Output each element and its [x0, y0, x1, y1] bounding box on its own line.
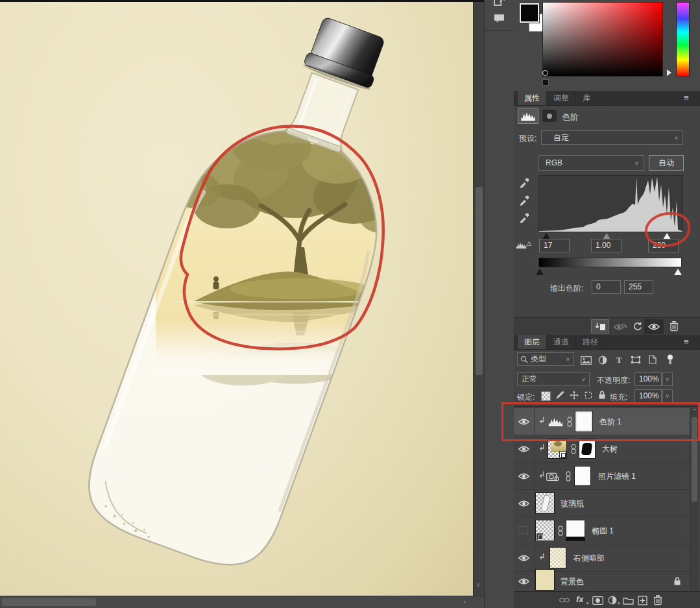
channel-select[interactable]: RGB ˅	[538, 155, 644, 171]
layer-name[interactable]: 色阶 1	[599, 417, 622, 428]
layer-mask-thumbnail[interactable]	[574, 466, 591, 486]
visibility-cell[interactable]	[514, 408, 535, 435]
saturation-brightness-field[interactable]	[542, 2, 663, 77]
filter-shape-layers-icon[interactable]	[631, 356, 641, 364]
hue-slider[interactable]	[676, 2, 690, 77]
canvas-vertical-scrollbar[interactable]: ˅	[473, 2, 484, 596]
filter-adjustment-layers-icon[interactable]	[598, 356, 607, 365]
layer-row-tree[interactable]: ↲ 大树	[514, 435, 690, 463]
layer-row-photo-filter-1[interactable]: ↲ 照片滤镜 1	[514, 463, 690, 490]
layer-mask-thumbnail[interactable]	[575, 411, 592, 432]
document-canvas[interactable]	[0, 2, 473, 596]
panel-menu-icon[interactable]: ≡	[684, 93, 689, 103]
opacity-dropdown-button[interactable]: ˅	[662, 372, 673, 386]
layer-thumbnail[interactable]	[535, 520, 555, 541]
auto-button[interactable]: 自动	[649, 155, 684, 171]
preset-select[interactable]: 自定 ˅	[541, 130, 683, 145]
lock-paint-brush-icon[interactable]	[555, 391, 564, 400]
layer-style-fx-button[interactable]: fx	[576, 594, 584, 604]
mask-badge-icon[interactable]	[542, 110, 557, 122]
layer-mask-thumbnail[interactable]	[579, 439, 596, 459]
tab-libraries[interactable]: 库	[576, 91, 597, 105]
adjustment-levels-thumbnail[interactable]	[548, 417, 564, 426]
gray-point-eyedropper-icon[interactable]	[519, 194, 530, 206]
photo-filter-thumbnail-icon[interactable]	[546, 471, 559, 481]
layer-name[interactable]: 椭圆 1	[592, 526, 614, 537]
toggle-visibility-button[interactable]	[644, 319, 664, 334]
tab-paths[interactable]: 路径	[576, 335, 605, 349]
output-highlight-value[interactable]: 255	[624, 280, 653, 294]
opacity-value[interactable]: 100%	[634, 372, 662, 386]
foreground-color-swatch[interactable]	[520, 3, 539, 23]
layer-thumbnail[interactable]	[535, 569, 555, 590]
layer-filter-select[interactable]: 类型 ˅	[517, 352, 574, 366]
vector-mask-thumbnail[interactable]	[566, 520, 585, 541]
view-previous-state-icon[interactable]	[613, 322, 627, 331]
export-icon[interactable]	[494, 0, 505, 7]
layers-scrollbar-thumb[interactable]	[692, 417, 697, 502]
new-group-icon[interactable]	[623, 596, 634, 605]
scroll-right-icon[interactable]: ›	[463, 598, 466, 605]
filter-toggle-pin-icon[interactable]	[667, 354, 673, 365]
add-layer-mask-icon[interactable]	[592, 596, 603, 605]
fill-value[interactable]: 100%	[634, 389, 662, 403]
output-shadow-slider[interactable]	[536, 269, 544, 275]
layer-name[interactable]: 照片滤镜 1	[598, 471, 636, 482]
visibility-cell[interactable]	[514, 435, 535, 462]
delete-adjustment-icon[interactable]	[670, 321, 679, 332]
visibility-cell[interactable]	[514, 572, 535, 591]
layer-thumbnail[interactable]	[548, 439, 567, 459]
layer-name[interactable]: 背景色	[561, 576, 584, 587]
layer-row-background-color[interactable]: 背景色	[514, 572, 690, 592]
layer-row-glass-bottle[interactable]: 玻璃瓶	[514, 490, 690, 517]
filter-type-layers-icon[interactable]: T	[616, 355, 622, 365]
fill-dropdown-button[interactable]: ˅	[662, 389, 673, 403]
scroll-up-icon[interactable]: ⌃	[692, 408, 697, 415]
blend-mode-select[interactable]: 正常 ˅	[517, 372, 590, 386]
new-layer-icon[interactable]	[638, 596, 647, 605]
lock-artboard-icon[interactable]	[584, 391, 593, 400]
lock-move-icon[interactable]	[570, 391, 579, 400]
clip-to-layer-button[interactable]	[591, 319, 609, 334]
layer-row-right-shadow[interactable]: ↲ 右侧暗部	[514, 544, 690, 572]
shadow-input-value[interactable]: 17	[539, 239, 570, 252]
adjustment-type-button[interactable]	[518, 108, 538, 124]
layers-scrollbar[interactable]: ⌃	[690, 408, 699, 591]
histogram-clipping-warning-icon[interactable]	[516, 241, 527, 249]
canvas-horizontal-scrollbar[interactable]: ›	[0, 596, 484, 608]
visibility-cell[interactable]	[514, 490, 535, 517]
new-adjustment-layer-icon[interactable]	[608, 596, 617, 605]
highlight-input-value[interactable]: 230	[648, 239, 679, 252]
panel-menu-icon[interactable]: ≡	[684, 337, 689, 347]
tab-properties[interactable]: 属性	[518, 91, 547, 105]
layer-row-levels-1[interactable]: ↲ 色阶 1	[514, 408, 690, 435]
layer-row-ellipse-1[interactable]: 椭圆 1	[514, 517, 690, 544]
layer-name[interactable]: 玻璃瓶	[561, 498, 584, 509]
tab-layers[interactable]: 图层	[518, 335, 547, 349]
tab-channels[interactable]: 通道	[547, 335, 576, 349]
scroll-down-icon[interactable]: ˅	[476, 581, 480, 589]
horizontal-scrollbar-thumb[interactable]	[2, 598, 96, 606]
comment-icon[interactable]	[494, 14, 505, 23]
layer-name[interactable]: 大树	[602, 444, 618, 455]
lock-all-icon[interactable]	[598, 390, 606, 400]
midtone-input-value[interactable]: 1.00	[591, 239, 622, 252]
link-layers-icon[interactable]	[559, 595, 570, 605]
layer-thumbnail[interactable]	[535, 492, 555, 514]
white-point-eyedropper-icon[interactable]	[519, 212, 530, 223]
tab-adjustments[interactable]: 调整	[547, 91, 576, 105]
visibility-cell[interactable]	[514, 463, 535, 489]
layer-name[interactable]: 右侧暗部	[573, 553, 605, 564]
visibility-cell-empty[interactable]	[514, 517, 535, 544]
vertical-scrollbar-thumb[interactable]	[476, 187, 483, 375]
delete-layer-icon[interactable]	[653, 594, 662, 605]
lock-transparency-icon[interactable]	[541, 391, 551, 401]
visibility-cell[interactable]	[514, 544, 535, 571]
layer-thumbnail[interactable]	[549, 547, 566, 568]
filter-pixel-layers-icon[interactable]	[581, 356, 592, 365]
color-field-cursor[interactable]	[542, 70, 548, 76]
black-point-eyedropper-icon[interactable]	[519, 176, 530, 188]
output-shadow-value[interactable]: 0	[592, 280, 621, 294]
reset-adjustment-icon[interactable]	[633, 322, 642, 331]
filter-smart-objects-icon[interactable]	[649, 355, 657, 364]
